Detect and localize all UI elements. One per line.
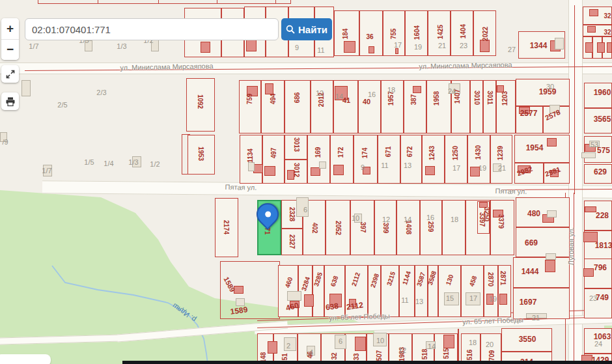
map-label: 27 — [508, 46, 516, 53]
map-label: 23 — [460, 42, 467, 49]
parcel-number: 686 — [294, 92, 301, 104]
building-red — [589, 9, 598, 16]
parcel-number: 1604 — [414, 25, 421, 40]
map-label: 12 — [316, 90, 324, 97]
map-label: 11 — [317, 47, 324, 54]
map-canvas[interactable]: 1843675516041425140420221344323210927594… — [0, 0, 612, 364]
map-label: 1/5 — [84, 159, 94, 166]
map-label: 23 — [589, 295, 597, 302]
parcel[interactable] — [262, 135, 285, 184]
map-label: 14 — [428, 343, 436, 350]
fullscreen-button[interactable] — [1, 65, 19, 83]
map-label: 9 — [361, 164, 365, 171]
map-label: 18 — [387, 87, 395, 94]
parcel-number: 3010 — [473, 91, 480, 105]
parcel-number: 629 — [594, 168, 607, 176]
cadastral-map-app: 1843675516041425140420221344323210927594… — [0, 0, 612, 364]
map-label: 16 — [368, 91, 376, 98]
building-red — [333, 165, 344, 175]
map-label: 21 — [498, 165, 506, 172]
search-bar: Найти — [25, 18, 332, 40]
parcel-number: 1960 — [594, 89, 611, 96]
cadastral-boundary — [38, 3, 291, 4]
map-label: 12 — [382, 216, 390, 223]
building-gray — [21, 80, 31, 96]
cadastral-boundary — [158, 0, 159, 4]
parcel-number: 399 — [382, 223, 389, 234]
map-label: 13 — [415, 298, 423, 305]
parcel-number: 518 — [422, 349, 428, 360]
parcel-number: 2328 — [288, 207, 295, 221]
parcel-number: 796 — [594, 264, 607, 272]
parcel-number: 3550 — [519, 335, 536, 343]
parcel[interactable] — [358, 80, 381, 133]
bottom-left-panel — [0, 354, 51, 364]
search-button-label: Найти — [298, 24, 327, 35]
map-label: 19 — [489, 296, 497, 303]
parcel-number: 507 — [376, 350, 383, 361]
cadastral-boundary — [574, 193, 574, 364]
parcel-number: 575 — [597, 147, 610, 154]
map-label: 9 — [295, 44, 299, 51]
parcel-number: 1958 — [434, 91, 440, 105]
search-icon — [286, 25, 295, 34]
building-red — [413, 86, 421, 93]
expand-icon — [5, 69, 16, 79]
bottom-bar — [122, 361, 612, 364]
map-label: 15 — [446, 295, 454, 302]
building-red — [587, 26, 596, 33]
parcel-number: 2327 — [288, 234, 295, 249]
cadastral-boundary — [458, 329, 459, 364]
parcel[interactable] — [438, 265, 461, 317]
parcel[interactable] — [442, 200, 466, 255]
building-gray — [547, 210, 557, 217]
building-gray — [248, 162, 255, 171]
parcel[interactable] — [470, 80, 483, 133]
parcel-number: 709 — [489, 350, 495, 361]
map-label: 1/2 — [150, 161, 160, 168]
map-label: 20 — [486, 341, 494, 348]
building-red — [480, 40, 490, 52]
parcel[interactable] — [307, 135, 330, 184]
parcel[interactable] — [378, 135, 400, 184]
parcel[interactable] — [483, 80, 496, 133]
parcel[interactable] — [516, 227, 570, 257]
building-gray — [319, 161, 326, 169]
parcel-number: 36 — [366, 34, 373, 40]
parcel-number: 672 — [407, 147, 413, 158]
map-label: 4 — [309, 349, 313, 356]
parcel-number: 33 — [354, 353, 360, 360]
search-button[interactable]: Найти — [281, 18, 332, 40]
map-label: /9 — [2, 139, 8, 146]
building-red — [547, 138, 557, 147]
map-label: 1/4 — [104, 160, 113, 167]
parcel[interactable] — [400, 135, 422, 184]
map-label: 18 — [469, 339, 477, 346]
map-label: 1/3 — [128, 159, 138, 166]
parcel-number: 3379 — [497, 214, 504, 229]
print-button[interactable] — [1, 92, 19, 110]
map-label: 10 — [352, 215, 359, 222]
parcel[interactable] — [516, 197, 570, 227]
map-label: 1/7 — [42, 167, 51, 175]
map-label: 21 — [532, 315, 540, 322]
parcel[interactable] — [354, 135, 378, 184]
parcel[interactable] — [285, 80, 311, 133]
building-red — [395, 48, 398, 54]
map-label: 1/7 — [29, 43, 38, 50]
zoom-in-button[interactable]: + — [1, 18, 19, 39]
map-label: 6 — [303, 206, 307, 214]
parcel[interactable] — [330, 135, 354, 184]
parcel-number: 516 — [467, 350, 473, 361]
parcel-number: 2577 — [520, 109, 538, 117]
parcel-number: 1589 — [230, 305, 248, 316]
parcel-number: 3011 — [486, 91, 493, 105]
parcel[interactable] — [461, 265, 484, 317]
road — [568, 0, 583, 364]
zoom-out-button[interactable]: − — [1, 40, 19, 61]
map-label: 24 — [594, 341, 602, 348]
search-input[interactable] — [25, 18, 279, 40]
building-red — [545, 260, 555, 272]
building-red — [246, 40, 257, 51]
map-label: 13 — [404, 162, 411, 169]
